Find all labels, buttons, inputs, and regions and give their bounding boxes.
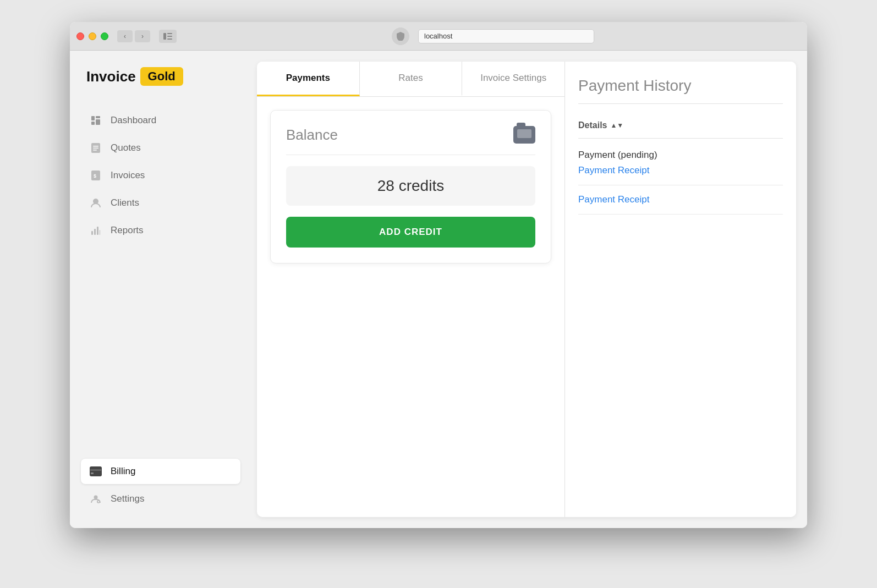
payments-panel: Payments Rates Invoice Settings bbox=[257, 62, 565, 517]
svg-rect-21 bbox=[91, 472, 94, 474]
payment-history-panel: Payment History Details ▲▼ Payment (pend… bbox=[565, 62, 796, 517]
svg-rect-10 bbox=[93, 148, 98, 149]
url-text: localhost bbox=[424, 32, 452, 40]
svg-rect-7 bbox=[96, 119, 100, 125]
settings-label: Settings bbox=[111, 493, 144, 504]
billing-icon bbox=[90, 465, 102, 477]
logo-text: Invoice bbox=[86, 68, 136, 85]
svg-rect-16 bbox=[94, 229, 96, 235]
svg-rect-2 bbox=[167, 36, 172, 37]
address-bar[interactable]: localhost bbox=[418, 29, 594, 43]
svg-rect-0 bbox=[163, 33, 166, 40]
svg-text:$: $ bbox=[94, 173, 96, 179]
sidebar-item-reports[interactable]: Reports bbox=[81, 218, 240, 243]
sidebar-item-dashboard[interactable]: Dashboard bbox=[81, 108, 240, 133]
settings-icon bbox=[90, 493, 102, 505]
balance-card: Balance 28 credits bbox=[270, 110, 551, 263]
content-area: Payments Rates Invoice Settings bbox=[257, 62, 796, 517]
svg-rect-17 bbox=[97, 227, 98, 235]
app-window: ‹ › localhost Invo bbox=[70, 22, 807, 528]
svg-rect-4 bbox=[91, 116, 95, 120]
payment-status-1: Payment (pending) bbox=[578, 150, 783, 161]
sidebar-item-clients[interactable]: Clients bbox=[81, 190, 240, 216]
svg-rect-20 bbox=[90, 469, 101, 471]
close-button[interactable] bbox=[76, 32, 84, 40]
maximize-button[interactable] bbox=[101, 32, 108, 40]
clients-label: Clients bbox=[111, 197, 139, 208]
titlebar: ‹ › localhost bbox=[70, 22, 807, 51]
payment-history-item-1: Payment (pending) Payment Receipt bbox=[578, 141, 783, 185]
tab-payments[interactable]: Payments bbox=[257, 62, 360, 96]
invoices-icon: $ bbox=[90, 169, 102, 182]
quotes-icon bbox=[90, 142, 102, 154]
shield-icon bbox=[392, 28, 409, 45]
app-body: Invoice Gold Dashboard bbox=[70, 51, 807, 528]
sidebar-item-billing[interactable]: Billing bbox=[81, 459, 240, 484]
svg-rect-5 bbox=[91, 122, 95, 125]
reports-label: Reports bbox=[111, 225, 144, 236]
details-label: Details bbox=[578, 120, 607, 130]
nav-bottom: Billing Settings bbox=[81, 448, 240, 512]
sidebar-item-quotes[interactable]: Quotes bbox=[81, 135, 240, 161]
svg-point-22 bbox=[94, 496, 98, 499]
invoices-label: Invoices bbox=[111, 170, 145, 181]
quotes-label: Quotes bbox=[111, 142, 141, 153]
svg-rect-9 bbox=[93, 146, 98, 147]
svg-rect-3 bbox=[167, 39, 172, 40]
logo: Invoice Gold bbox=[81, 67, 240, 86]
sidebar: Invoice Gold Dashboard bbox=[70, 51, 251, 528]
titlebar-center: localhost bbox=[185, 28, 801, 45]
svg-rect-25 bbox=[517, 129, 531, 138]
tab-rates[interactable]: Rates bbox=[360, 62, 463, 96]
billing-label: Billing bbox=[111, 466, 135, 477]
svg-rect-18 bbox=[100, 230, 100, 235]
credits-amount: 28 credits bbox=[377, 177, 444, 194]
clients-icon bbox=[90, 197, 102, 209]
nav-items: Dashboard Quotes bbox=[81, 108, 240, 448]
svg-rect-6 bbox=[96, 116, 100, 118]
payment-receipt-link-1[interactable]: Payment Receipt bbox=[578, 165, 783, 176]
sidebar-toggle-button[interactable] bbox=[159, 30, 177, 43]
back-button[interactable]: ‹ bbox=[117, 30, 133, 42]
minimize-button[interactable] bbox=[89, 32, 96, 40]
logo-badge: Gold bbox=[140, 67, 183, 86]
main-content: Payments Rates Invoice Settings bbox=[251, 51, 807, 528]
reports-icon bbox=[90, 224, 102, 237]
svg-rect-1 bbox=[167, 33, 172, 34]
traffic-lights bbox=[76, 32, 108, 40]
sort-icon: ▲▼ bbox=[610, 122, 623, 129]
sidebar-item-settings[interactable]: Settings bbox=[81, 486, 240, 512]
credits-display: 28 credits bbox=[286, 166, 535, 206]
svg-point-24 bbox=[98, 501, 99, 502]
payment-receipt-link-2[interactable]: Payment Receipt bbox=[578, 194, 783, 205]
sidebar-item-invoices[interactable]: $ Invoices bbox=[81, 163, 240, 188]
payment-history-details-header[interactable]: Details ▲▼ bbox=[578, 113, 783, 139]
payments-body: Balance 28 credits bbox=[257, 97, 564, 517]
tab-invoice-settings[interactable]: Invoice Settings bbox=[462, 62, 564, 96]
balance-header: Balance bbox=[286, 126, 535, 155]
dashboard-icon bbox=[90, 114, 102, 127]
wallet-icon bbox=[513, 126, 535, 144]
add-credit-button[interactable]: ADD CREDIT bbox=[286, 217, 535, 248]
payment-history-item-2: Payment Receipt bbox=[578, 185, 783, 215]
tabs-bar: Payments Rates Invoice Settings bbox=[257, 62, 564, 97]
nav-buttons: ‹ › bbox=[117, 30, 150, 42]
forward-button[interactable]: › bbox=[135, 30, 150, 42]
svg-rect-11 bbox=[93, 150, 97, 151]
payment-history-title: Payment History bbox=[578, 77, 783, 104]
balance-title: Balance bbox=[286, 127, 338, 144]
svg-rect-15 bbox=[91, 231, 93, 235]
dashboard-label: Dashboard bbox=[111, 115, 156, 126]
svg-rect-19 bbox=[90, 466, 102, 476]
